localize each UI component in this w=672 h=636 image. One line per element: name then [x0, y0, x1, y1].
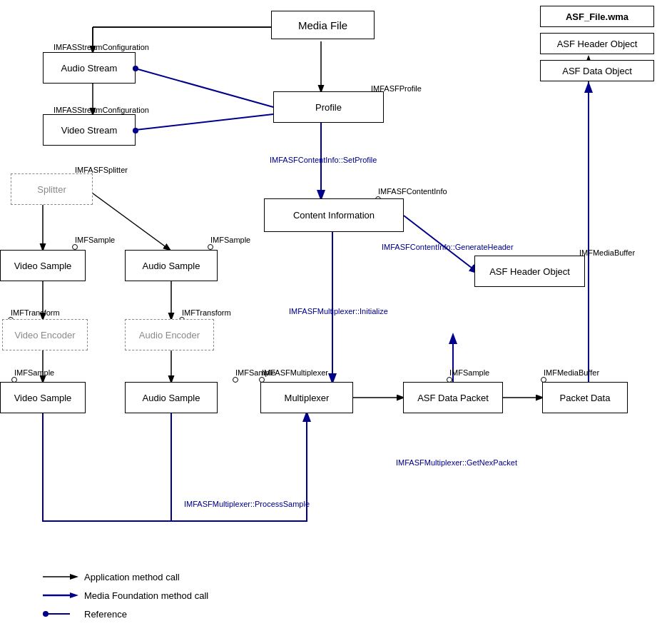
label-imf-sample3: IMFSample	[14, 368, 54, 377]
audio-sample2-box: Audio Sample	[125, 382, 218, 413]
svg-point-26	[43, 611, 49, 617]
video-sample1-box: Video Sample	[0, 250, 86, 281]
asf-data-obj: ASF Data Object	[540, 60, 654, 81]
packet-data-box: Packet Data	[542, 382, 628, 413]
media-file-box: Media File	[271, 11, 375, 39]
label-imfasf-multiplexer: IMFASFMultiplexer	[262, 368, 328, 377]
label-generateheader: IMFASFContentInfo::GenerateHeader	[382, 243, 514, 251]
multiplexer-box: Multiplexer	[260, 382, 353, 413]
audio-encoder-box: Audio Encoder	[125, 319, 214, 350]
video-stream-ref-circle	[133, 128, 138, 133]
label-imf-transform2: IMFTransform	[182, 308, 231, 317]
asf-file-label: ASF_File.wma	[540, 6, 654, 27]
legend-reference: Reference	[84, 609, 127, 620]
label-imf-sample1: IMFSample	[75, 236, 115, 244]
label-imfasf-content-info: IMFASFContentInfo	[378, 187, 447, 196]
video-encoder-box: Video Encoder	[2, 319, 88, 350]
audio-stream-box: Audio Stream	[43, 52, 136, 84]
asf-data-packet-box: ASF Data Packet	[403, 382, 503, 413]
label-imf-media-buffer1: IMFMediaBuffer	[579, 248, 635, 257]
label-imf-media-buffer2: IMFMediaBuffer	[544, 368, 599, 377]
asf-header-obj-box: ASF Header Object	[474, 256, 585, 287]
legend-app-method: Application method call	[84, 572, 180, 582]
imf-sample4-circle	[233, 377, 238, 383]
label-imf-sample2: IMFSample	[210, 236, 250, 244]
label-imf-transform1: IMFTransform	[11, 308, 60, 317]
label-imf-sample5: IMFSample	[449, 368, 489, 377]
video-stream-box: Video Stream	[43, 114, 136, 146]
content-info-box: Content Information	[264, 198, 404, 232]
svg-line-6	[136, 114, 273, 130]
label-setprofile: IMFASFContentInfo::SetProfile	[270, 156, 377, 164]
label-imfas-stream-config1: IMFASStreamConfiguration	[54, 43, 149, 51]
legend-mf-method: Media Foundation method call	[84, 590, 208, 601]
legend: Application method call Media Foundation…	[43, 571, 208, 620]
profile-box: Profile	[273, 91, 384, 123]
label-mux-initialize: IMFASFMultiplexer::Initialize	[289, 307, 388, 316]
asf-header-obj2: ASF Header Object	[540, 33, 654, 54]
label-getnexpacket: IMFASFMultiplexer::GetNexPacket	[396, 458, 517, 467]
video-sample2-box: Video Sample	[0, 382, 86, 413]
diagram-container: ASF_File.wma ASF Header Object ASF Data …	[0, 0, 672, 636]
splitter-box: Splitter	[11, 173, 93, 205]
label-imfas-stream-config2: IMFASStreamConfiguration	[54, 106, 149, 114]
audio-sample1-box: Audio Sample	[125, 250, 218, 281]
label-processsample: IMFASFMultiplexer::ProcessSample	[184, 500, 310, 508]
svg-marker-22	[70, 574, 78, 580]
svg-marker-24	[70, 592, 78, 598]
imf-sample2-circle	[208, 244, 213, 250]
svg-line-5	[136, 69, 273, 107]
imf-sample1-circle	[72, 244, 78, 250]
audio-stream-ref-circle	[133, 66, 138, 71]
